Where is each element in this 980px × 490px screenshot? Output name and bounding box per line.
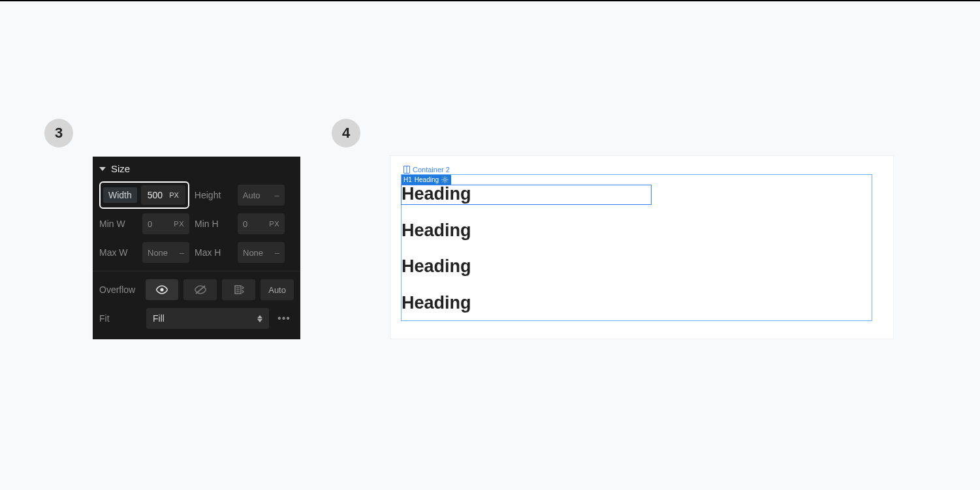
svg-line-14 xyxy=(443,181,443,181)
maxh-input[interactable]: None – xyxy=(238,242,285,263)
size-row-width-height: Width 500 PX Height Auto – xyxy=(93,181,300,209)
overflow-scroll-button[interactable] xyxy=(222,279,255,300)
height-unit[interactable]: – xyxy=(275,191,279,200)
overflow-label: Overflow xyxy=(99,284,140,295)
width-control[interactable]: Width 500 PX xyxy=(99,181,189,209)
svg-point-0 xyxy=(160,288,163,291)
breadcrumb-label: Container 2 xyxy=(413,166,450,174)
fit-value: Fill xyxy=(153,313,165,324)
overflow-hidden-button[interactable] xyxy=(183,279,217,300)
height-label: Height xyxy=(195,190,232,200)
overflow-row: Overflow Auto xyxy=(93,275,300,304)
maxw-value: None xyxy=(148,248,168,258)
selected-element-tag[interactable]: H1 Heading xyxy=(401,174,451,185)
size-row-min: Min W 0 PX Min H 0 PX xyxy=(93,209,300,238)
size-row-max: Max W None – Max H None – xyxy=(93,238,300,267)
width-label: Width xyxy=(103,187,137,203)
minh-input[interactable]: 0 PX xyxy=(238,213,285,234)
fit-label: Fit xyxy=(99,313,141,324)
minw-label: Min W xyxy=(99,219,137,229)
svg-line-11 xyxy=(443,177,443,177)
fit-select[interactable]: Fill xyxy=(146,308,269,329)
size-panel-title: Size xyxy=(111,163,130,174)
container-icon xyxy=(403,166,410,174)
width-unit[interactable]: PX xyxy=(169,191,179,199)
gear-icon[interactable] xyxy=(441,176,449,183)
maxw-input[interactable]: None – xyxy=(142,242,189,263)
maxw-label: Max W xyxy=(99,247,137,258)
overflow-auto-button[interactable]: Auto xyxy=(261,279,294,300)
selected-element-name: Heading xyxy=(415,176,439,183)
height-value: Auto xyxy=(243,191,261,200)
selected-element-prefix: H1 xyxy=(403,176,412,183)
canvas-heading[interactable]: Heading xyxy=(402,294,872,313)
eye-slash-icon xyxy=(194,284,207,295)
svg-line-13 xyxy=(447,177,447,177)
minh-value: 0 xyxy=(243,219,247,229)
fit-more-button[interactable]: ••• xyxy=(274,308,294,329)
maxh-label: Max H xyxy=(195,247,232,258)
size-panel: Size Width 500 PX Height Auto – Min W 0 … xyxy=(93,157,300,339)
minh-label: Min H xyxy=(195,219,232,229)
select-stepper-icon xyxy=(257,315,262,322)
width-value: 500 xyxy=(148,190,163,200)
eye-icon xyxy=(155,285,168,294)
canvas-breadcrumb[interactable]: Container 2 xyxy=(403,166,450,174)
canvas-heading[interactable]: Heading xyxy=(402,257,872,277)
scroll-icon xyxy=(233,284,245,296)
svg-line-12 xyxy=(447,181,447,181)
headings-wrap: Heading Heading Heading Heading xyxy=(402,185,872,330)
caret-down-icon xyxy=(99,167,106,171)
maxh-value: None xyxy=(243,248,263,258)
height-input[interactable]: Auto – xyxy=(238,185,285,206)
minw-input[interactable]: 0 PX xyxy=(142,213,189,234)
svg-point-6 xyxy=(444,178,447,181)
width-input[interactable]: 500 PX xyxy=(141,185,185,205)
minw-value: 0 xyxy=(148,219,152,229)
step-badge-3: 3 xyxy=(44,119,73,147)
minh-unit[interactable]: PX xyxy=(269,220,279,228)
canvas-heading[interactable]: Heading xyxy=(402,221,872,241)
panel-divider xyxy=(93,271,300,271)
step-badge-4: 4 xyxy=(332,119,360,147)
overflow-visible-button[interactable] xyxy=(146,279,179,300)
minw-unit[interactable]: PX xyxy=(174,220,184,228)
maxh-unit[interactable]: – xyxy=(275,248,279,258)
size-panel-header[interactable]: Size xyxy=(93,157,300,181)
canvas-heading[interactable]: Heading xyxy=(402,185,872,204)
maxw-unit[interactable]: – xyxy=(180,248,184,258)
fit-row: Fit Fill ••• xyxy=(93,304,300,333)
